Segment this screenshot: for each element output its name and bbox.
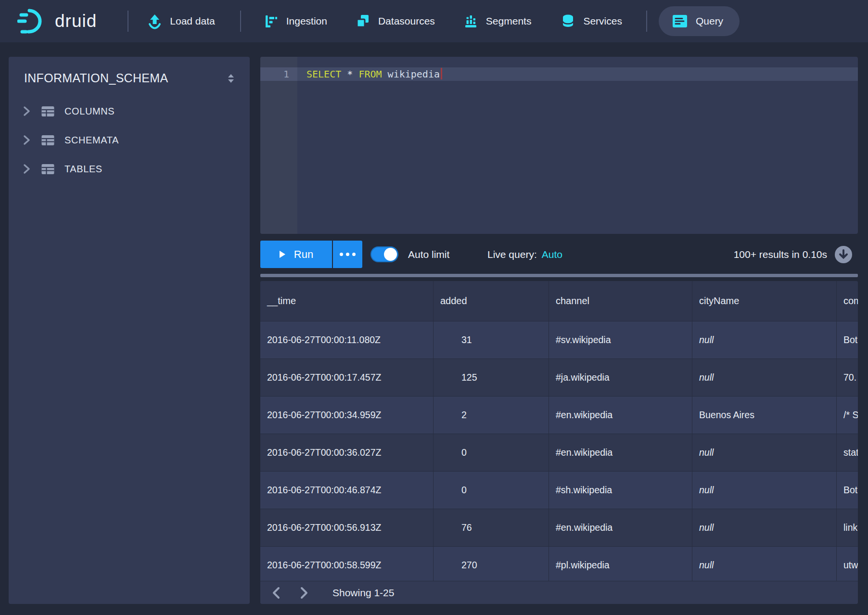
table-cell[interactable]: Bot: [836, 321, 858, 359]
table-cell[interactable]: Buenos Aires: [692, 397, 836, 434]
table-cell[interactable]: 125: [433, 359, 549, 396]
table-cell[interactable]: 76: [433, 509, 549, 546]
table-cell[interactable]: stat: [836, 434, 858, 471]
table-row: 2016-06-27T00:00:46.874Z0#sh.wikipedianu…: [260, 471, 858, 509]
table-cell[interactable]: 2016-06-27T00:00:34.959Z: [260, 397, 433, 434]
table-cell[interactable]: 0: [433, 434, 549, 471]
nav-item-services[interactable]: Services: [560, 13, 622, 29]
table-icon: [41, 163, 55, 175]
download-icon[interactable]: [834, 245, 853, 264]
nav-item-datasources[interactable]: Datasources: [355, 13, 435, 29]
table-cell[interactable]: #sh.wikipedia: [549, 472, 692, 509]
run-button[interactable]: Run: [260, 241, 332, 268]
nav-item-label: Load data: [170, 15, 215, 27]
table-cell[interactable]: Bot: [836, 472, 858, 509]
table-row: 2016-06-27T00:00:11.080Z31#sv.wikipedian…: [260, 321, 858, 359]
table-cell[interactable]: 2016-06-27T00:00:17.457Z: [260, 359, 433, 396]
sql-table-name: wikipedia: [388, 68, 440, 80]
chevron-left-icon: [272, 587, 281, 599]
nav-item-label: Query: [696, 15, 723, 27]
next-page-button[interactable]: [300, 587, 308, 599]
text-cursor: [441, 68, 442, 79]
table-cell[interactable]: 2016-06-27T00:00:56.913Z: [260, 509, 433, 546]
schema-title: INFORMATION_SCHEMA: [24, 71, 168, 85]
table-cell[interactable]: #sv.wikipedia: [549, 321, 692, 359]
nav-item-label: Datasources: [378, 15, 435, 27]
column-header-time[interactable]: __time: [260, 281, 433, 321]
sidebar-item-columns[interactable]: COLUMNS: [9, 97, 250, 126]
double-caret-icon[interactable]: [225, 72, 237, 85]
table-cell[interactable]: #en.wikipedia: [549, 397, 692, 434]
editor-gutter: [260, 57, 297, 234]
table-icon: [41, 134, 55, 146]
table-cell[interactable]: 31: [433, 321, 549, 359]
schema-sidebar: INFORMATION_SCHEMA COLUMNSSCHEMATATABLES: [9, 57, 250, 604]
dot-icon: [340, 253, 343, 256]
table-row: 2016-06-27T00:00:56.913Z76#en.wikipedian…: [260, 509, 858, 546]
nav-item-load-data[interactable]: Load data: [147, 13, 215, 29]
pagination-status: Showing 1-25: [332, 587, 394, 599]
query-editor[interactable]: 1 SELECT * FROM wikipedia: [260, 57, 858, 234]
nav-item-label: Ingestion: [286, 15, 327, 27]
table-cell[interactable]: utw: [836, 547, 858, 581]
table-cell[interactable]: 2016-06-27T00:00:11.080Z: [260, 321, 433, 359]
druid-logo[interactable]: druid: [17, 7, 97, 36]
table-cell[interactable]: null: [692, 321, 836, 359]
results-summary-text: 100+ results in 0.10s: [734, 249, 827, 260]
table-cell[interactable]: #en.wikipedia: [549, 509, 692, 546]
table-cell[interactable]: null: [692, 434, 836, 471]
chevron-right-icon: [23, 135, 30, 145]
table-cell[interactable]: 2: [433, 397, 549, 434]
sidebar-item-label: TABLES: [64, 164, 102, 175]
schema-tree: COLUMNSSCHEMATATABLES: [9, 97, 250, 183]
auto-limit-toggle[interactable]: [370, 246, 398, 262]
auto-limit-label: Auto limit: [408, 241, 449, 268]
sidebar-item-schemata[interactable]: SCHEMATA: [9, 126, 250, 154]
table-cell[interactable]: 2016-06-27T00:00:58.599Z: [260, 547, 433, 581]
database-icon: [560, 13, 576, 29]
table-cell[interactable]: null: [692, 359, 836, 396]
dot-icon: [352, 253, 356, 256]
results-summary: 100+ results in 0.10s: [734, 241, 853, 268]
run-label: Run: [294, 248, 313, 261]
table-cell[interactable]: /* S: [836, 397, 858, 434]
more-options-button[interactable]: [333, 241, 362, 268]
nav-item-query[interactable]: Query: [659, 6, 740, 36]
panel-resize-handle[interactable]: [260, 274, 858, 277]
table-cell[interactable]: null: [692, 472, 836, 509]
nav-item-label: Services: [583, 15, 622, 27]
live-query-control: Live query:Auto: [487, 241, 562, 268]
table-cell[interactable]: 0: [433, 472, 549, 509]
table-cell[interactable]: #ja.wikipedia: [549, 359, 692, 396]
table-cell[interactable]: #pl.wikipedia: [549, 547, 692, 581]
results-rows: 2016-06-27T00:00:11.080Z31#sv.wikipedian…: [260, 321, 858, 581]
sql-query-text[interactable]: SELECT * FROM wikipedia: [306, 67, 442, 81]
upload-icon: [147, 13, 163, 29]
table-cell[interactable]: null: [692, 547, 836, 581]
nav-item-ingestion[interactable]: Ingestion: [263, 13, 327, 29]
gantt-chart-icon: [263, 13, 279, 29]
column-header-added[interactable]: added: [433, 281, 549, 321]
table-row: 2016-06-27T00:00:17.457Z125#ja.wikipedia…: [260, 359, 858, 396]
column-header-comment[interactable]: comment: [836, 281, 858, 321]
nav-item-label: Segments: [486, 15, 532, 27]
column-header-channel[interactable]: channel: [549, 281, 692, 321]
table-cell[interactable]: 70.: [836, 359, 858, 396]
nav-item-segments[interactable]: Segments: [463, 13, 532, 29]
table-cell[interactable]: link: [836, 509, 858, 546]
prev-page-button[interactable]: [272, 587, 281, 599]
sidebar-item-tables[interactable]: TABLES: [9, 154, 250, 183]
column-header-cityName[interactable]: cityName: [692, 281, 836, 321]
chevron-right-icon: [23, 164, 30, 174]
table-cell[interactable]: 270: [433, 547, 549, 581]
sidebar-item-label: COLUMNS: [64, 106, 115, 117]
table-cell[interactable]: #en.wikipedia: [549, 434, 692, 471]
chevron-right-icon: [23, 106, 30, 116]
sql-keyword: FROM: [358, 68, 382, 80]
dot-icon: [346, 253, 349, 256]
table-cell[interactable]: 2016-06-27T00:00:46.874Z: [260, 472, 433, 509]
table-cell[interactable]: null: [692, 509, 836, 546]
table-cell[interactable]: 2016-06-27T00:00:36.027Z: [260, 434, 433, 471]
live-query-value[interactable]: Auto: [542, 249, 562, 260]
table-row: 2016-06-27T00:00:34.959Z2#en.wikipediaBu…: [260, 396, 858, 434]
